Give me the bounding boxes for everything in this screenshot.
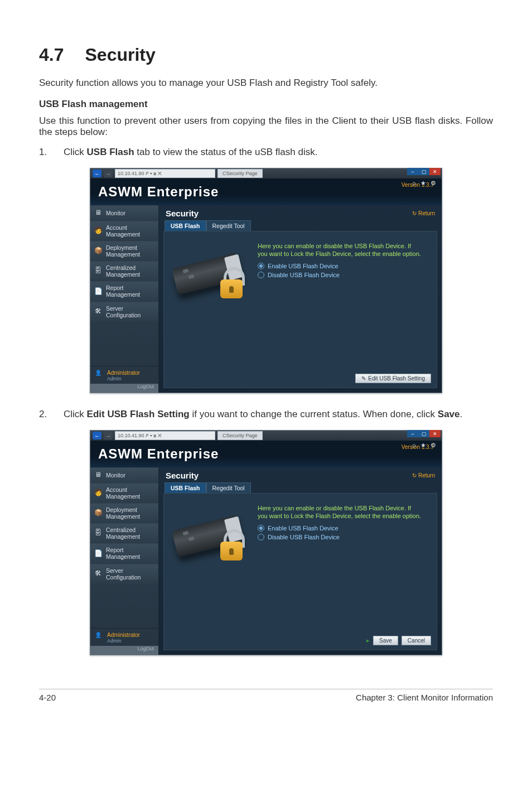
- monitor-icon: 🖥: [94, 471, 103, 480]
- app-brand: ASWM Enterprise: [98, 446, 219, 462]
- logout-link[interactable]: LogOut: [90, 646, 158, 655]
- sidebar-item-label: Centralized Management: [106, 264, 154, 278]
- sidebar-item-label: Monitor: [106, 472, 125, 479]
- radio-enable-usb[interactable]: Enable USB Flash Device: [258, 525, 429, 532]
- sidebar-item-label: Monitor: [106, 210, 125, 216]
- sidebar: 🖥Monitor 🧑Account Management 📦Deployment…: [90, 205, 159, 393]
- save-indicator-icon: ▸: [366, 637, 370, 644]
- page-title: Security: [166, 471, 199, 480]
- sidebar-user: 👤 Administrator Admin: [90, 628, 158, 646]
- refresh-icon: ↻: [412, 472, 417, 479]
- sidebar-item-label: Report Management: [106, 547, 154, 560]
- browser-toolbar: ← → 10.10.41.90 𝘗 ▾ ☰ ✕ CSecurity Page –…: [90, 168, 442, 178]
- sidebar-item-label: Account Management: [106, 486, 154, 500]
- sidebar-item-report[interactable]: 📄Report Management: [90, 543, 158, 563]
- user-role: Administrator: [107, 632, 140, 638]
- content-panel: Here you can enable or disable the USB F…: [163, 231, 437, 388]
- deployment-icon: 📦: [94, 509, 103, 518]
- settings-icon[interactable]: ⚙: [431, 442, 436, 449]
- sidebar-item-label: Server Configuration: [106, 305, 154, 318]
- sidebar-item-deployment[interactable]: 📦Deployment Management: [90, 241, 158, 261]
- description-line-2: you want to Lock the Flash Device, selec…: [258, 250, 429, 257]
- window-minimize-button[interactable]: –: [407, 168, 418, 175]
- usb-lock-illustration: [172, 505, 250, 566]
- save-button[interactable]: Save: [373, 636, 398, 645]
- browser-back-button[interactable]: ←: [93, 432, 101, 439]
- section-title: Security: [85, 45, 155, 65]
- logout-link[interactable]: LogOut: [90, 384, 158, 393]
- paragraph: Use this function to prevent other users…: [39, 115, 493, 138]
- server-icon: 🛠: [94, 307, 103, 316]
- tab-regedit-tool[interactable]: Regedit Tool: [206, 220, 251, 231]
- window-maximize-button[interactable]: ▢: [418, 430, 429, 437]
- radio-disable-usb[interactable]: Disable USB Flash Device: [258, 534, 429, 540]
- sidebar-item-label: Centralized Management: [106, 526, 154, 540]
- sidebar-item-centralized[interactable]: 🗄Centralized Management: [90, 261, 158, 281]
- browser-forward-button[interactable]: →: [104, 432, 113, 439]
- radio-enable-usb[interactable]: Enable USB Flash Device: [258, 263, 429, 269]
- sidebar-item-label: Server Configuration: [106, 567, 154, 581]
- report-icon: 📄: [94, 549, 103, 558]
- sidebar-item-account[interactable]: 🧑Account Management: [90, 221, 158, 241]
- settings-icon[interactable]: ⚙: [431, 180, 436, 187]
- step-text: Click USB Flash tab to view the status o…: [64, 147, 493, 158]
- server-icon: 🛠: [94, 569, 103, 578]
- sidebar-item-label: Deployment Management: [106, 506, 154, 520]
- browser-forward-button[interactable]: →: [104, 170, 113, 177]
- window-close-button[interactable]: ✕: [429, 430, 441, 437]
- radio-icon: [258, 272, 264, 278]
- sidebar-item-deployment[interactable]: 📦Deployment Management: [90, 503, 158, 523]
- radio-disable-usb[interactable]: Disable USB Flash Device: [258, 272, 429, 278]
- favorites-icon[interactable]: ★: [420, 180, 426, 187]
- return-link[interactable]: ↻Return: [412, 210, 435, 216]
- section-number: 4.7: [39, 45, 64, 65]
- return-link[interactable]: ↻Return: [412, 472, 435, 479]
- sidebar-item-monitor[interactable]: 🖥Monitor: [90, 467, 158, 483]
- description-line-1: Here you can enable or disable the USB F…: [258, 505, 429, 511]
- user-icon: 👤: [95, 370, 104, 379]
- page-title: Security: [166, 209, 199, 218]
- radio-icon: [258, 534, 264, 540]
- sidebar-item-account[interactable]: 🧑Account Management: [90, 483, 158, 503]
- home-icon[interactable]: ⌂: [412, 442, 416, 449]
- favorites-icon[interactable]: ★: [420, 442, 426, 449]
- sidebar-item-server[interactable]: 🛠Server Configuration: [90, 564, 158, 584]
- tab-usb-flash[interactable]: USB Flash: [165, 482, 206, 493]
- edit-icon: ✎: [361, 375, 366, 381]
- sidebar-item-monitor[interactable]: 🖥Monitor: [90, 205, 158, 221]
- tab-regedit-tool[interactable]: Regedit Tool: [206, 482, 251, 493]
- home-icon[interactable]: ⌂: [412, 180, 416, 187]
- description-line-2: you want to Lock the Flash Device, selec…: [258, 513, 429, 519]
- window-minimize-button[interactable]: –: [407, 430, 418, 437]
- user-name: Admin: [107, 638, 140, 644]
- intro-text: Security function allows you to manage y…: [39, 78, 493, 89]
- browser-tab[interactable]: CSecurity Page: [217, 431, 263, 440]
- app-brand: ASWM Enterprise: [98, 184, 219, 200]
- user-icon: 👤: [95, 632, 104, 641]
- window-maximize-button[interactable]: ▢: [418, 168, 429, 175]
- sidebar-user: 👤 Administrator Admin: [90, 366, 158, 384]
- refresh-icon: ↻: [412, 210, 417, 216]
- sidebar-item-report[interactable]: 📄Report Management: [90, 281, 158, 301]
- sidebar-item-server[interactable]: 🛠Server Configuration: [90, 302, 158, 322]
- step-number: 1.: [39, 147, 64, 158]
- address-bar[interactable]: 10.10.41.90 𝘗 ▾ ☰ ✕: [115, 431, 215, 440]
- browser-tab[interactable]: CSecurity Page: [217, 169, 263, 178]
- app-header: ASWM Enterprise ⌂ ★ ⚙ Version 1.3.7: [90, 441, 442, 467]
- browser-back-button[interactable]: ←: [93, 170, 101, 177]
- screenshot-1: ← → 10.10.41.90 𝘗 ▾ ☰ ✕ CSecurity Page –…: [90, 168, 442, 393]
- window-close-button[interactable]: ✕: [429, 168, 441, 175]
- step-text: Click Edit USB Flash Setting if you want…: [64, 409, 493, 420]
- usb-lock-illustration: [172, 243, 250, 304]
- cancel-button[interactable]: Cancel: [402, 636, 431, 645]
- chapter-label: Chapter 3: Client Monitor Information: [356, 693, 493, 702]
- user-name: Admin: [107, 376, 140, 381]
- address-bar[interactable]: 10.10.41.90 𝘗 ▾ ☰ ✕: [115, 169, 215, 178]
- screenshot-2: ← → 10.10.41.90 𝘗 ▾ ☰ ✕ CSecurity Page –…: [90, 430, 442, 655]
- sidebar-item-label: Deployment Management: [106, 244, 154, 258]
- tab-usb-flash[interactable]: USB Flash: [165, 220, 206, 231]
- report-icon: 📄: [94, 287, 103, 296]
- edit-usb-flash-setting-button[interactable]: ✎Edit USB Flash Setting: [355, 374, 431, 383]
- user-role: Administrator: [107, 370, 140, 376]
- sidebar-item-centralized[interactable]: 🗄Centralized Management: [90, 523, 158, 543]
